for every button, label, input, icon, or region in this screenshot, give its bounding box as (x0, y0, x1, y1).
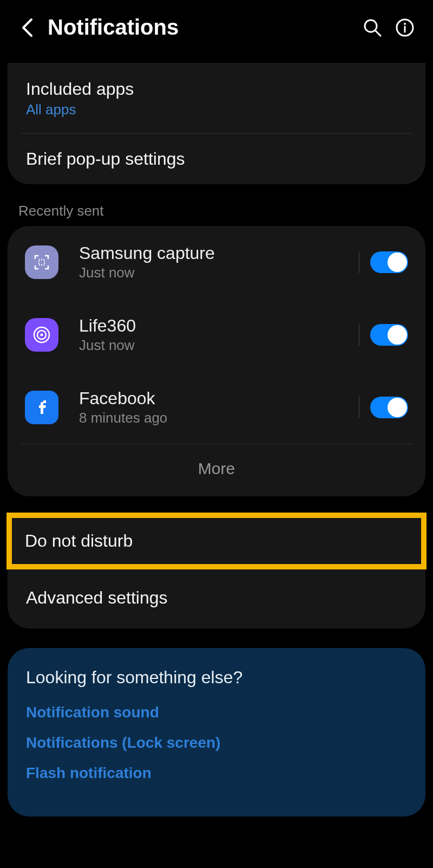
svg-rect-5 (39, 260, 44, 265)
help-link-notification-sound[interactable]: Notification sound (26, 704, 407, 721)
back-button[interactable] (16, 17, 38, 38)
toggle-separator (359, 324, 359, 346)
do-not-disturb-title: Do not disturb (25, 531, 408, 551)
included-apps-row[interactable]: Included apps All apps (8, 64, 425, 133)
more-label: More (198, 459, 235, 477)
svg-point-0 (365, 20, 377, 32)
toggle-life360[interactable] (370, 324, 408, 346)
life360-icon (25, 318, 58, 352)
search-icon (363, 18, 382, 37)
advanced-settings-row[interactable]: Advanced settings (8, 569, 425, 629)
recently-sent-card: Samsung capture Just now Life360 Just no… (8, 226, 425, 496)
app-time: 8 minutes ago (79, 410, 353, 426)
facebook-icon (25, 391, 58, 424)
app-row-life360[interactable]: Life360 Just now (8, 304, 425, 366)
help-link-flash-notification[interactable]: Flash notification (26, 765, 407, 782)
search-button[interactable] (360, 16, 384, 40)
samsung-capture-icon (25, 245, 58, 279)
help-card: Looking for something else? Notification… (8, 648, 425, 817)
settings-group-top: Included apps All apps Brief pop-up sett… (8, 63, 425, 184)
included-apps-title: Included apps (26, 79, 407, 99)
more-button[interactable]: More (8, 444, 425, 496)
svg-line-1 (376, 31, 380, 36)
app-row-facebook[interactable]: Facebook 8 minutes ago (8, 377, 425, 438)
toggle-separator (359, 251, 359, 273)
header: Notifications (0, 0, 433, 53)
app-text: Samsung capture Just now (79, 243, 353, 281)
app-name: Life360 (79, 316, 353, 336)
app-text: Life360 Just now (79, 316, 353, 354)
app-time: Just now (79, 264, 353, 281)
app-text: Facebook 8 minutes ago (79, 388, 353, 426)
help-link-notifications-lock-screen[interactable]: Notifications (Lock screen) (26, 734, 407, 752)
help-title: Looking for something else? (26, 668, 407, 688)
app-name: Facebook (79, 388, 353, 409)
svg-point-3 (404, 23, 406, 25)
app-row-samsung-capture[interactable]: Samsung capture Just now (8, 231, 425, 293)
toggle-facebook[interactable] (370, 397, 408, 418)
toggle-separator (359, 397, 359, 418)
info-button[interactable] (393, 16, 417, 40)
info-icon (395, 18, 415, 37)
page-title: Notifications (48, 15, 352, 40)
toggle-samsung-capture[interactable] (370, 251, 408, 273)
brief-popup-row[interactable]: Brief pop-up settings (8, 134, 425, 184)
advanced-settings-title: Advanced settings (26, 588, 407, 608)
recently-sent-label: Recently sent (0, 184, 433, 226)
chevron-left-icon (21, 18, 33, 37)
app-name: Samsung capture (79, 243, 353, 263)
app-time: Just now (79, 337, 353, 354)
included-apps-sub: All apps (26, 101, 407, 118)
svg-point-8 (41, 334, 43, 336)
brief-popup-title: Brief pop-up settings (26, 149, 407, 169)
settings-group: Do not disturb Advanced settings (8, 513, 425, 629)
do-not-disturb-row[interactable]: Do not disturb (6, 513, 427, 569)
